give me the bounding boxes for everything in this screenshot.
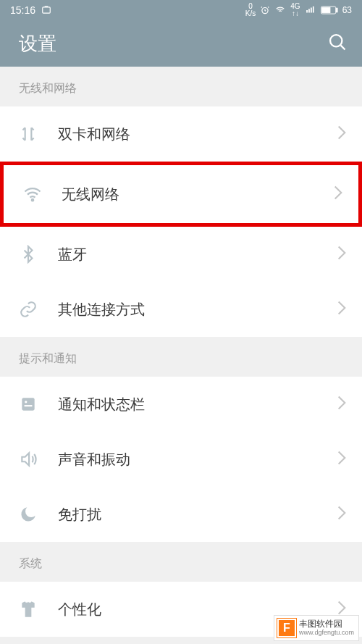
item-label: 无线网络 <box>53 185 334 204</box>
item-notifications[interactable]: 通知和状态栏 <box>0 377 362 432</box>
svg-rect-13 <box>25 405 33 406</box>
watermark-url: www.dgfengtu.com <box>299 628 354 637</box>
statusbar: 15:16 0 K/s 4G ↑↓ 63 <box>0 0 362 20</box>
chevron-right-icon <box>337 451 346 468</box>
item-other-connections[interactable]: 其他连接方式 <box>0 282 362 337</box>
item-label: 其他连接方式 <box>49 300 337 319</box>
svg-rect-4 <box>311 8 312 13</box>
item-label: 双卡和网络 <box>49 125 337 144</box>
item-dnd[interactable]: 免打扰 <box>0 487 362 542</box>
watermark-text: 丰图软件园 www.dgfengtu.com <box>299 619 354 637</box>
dual-sim-icon <box>19 125 49 143</box>
screenshot-icon <box>41 5 51 15</box>
item-wifi[interactable]: 无线网络 <box>4 165 358 223</box>
wifi-status-icon <box>274 5 286 15</box>
svg-rect-8 <box>321 7 329 12</box>
settings-list: 无线和网络 双卡和网络 无线网络 蓝牙 <box>0 67 362 637</box>
moon-icon <box>19 505 49 524</box>
chevron-right-icon <box>337 125 346 143</box>
bluetooth-icon <box>19 245 49 264</box>
highlight-box: 无线网络 <box>0 162 362 227</box>
chevron-right-icon <box>334 185 342 203</box>
link-icon <box>19 300 49 319</box>
item-label: 蓝牙 <box>49 245 337 264</box>
item-sound[interactable]: 声音和振动 <box>0 432 362 487</box>
svg-rect-3 <box>308 9 310 12</box>
battery-icon <box>321 6 338 14</box>
statusbar-right: 0 K/s 4G ↑↓ 63 <box>245 3 352 17</box>
svg-rect-2 <box>306 10 308 13</box>
search-icon <box>327 32 348 52</box>
statusbar-left: 15:16 <box>10 4 51 16</box>
clock: 15:16 <box>10 4 35 16</box>
item-label: 通知和状态栏 <box>49 395 337 414</box>
net-speed-indicator: 0 K/s <box>245 3 256 17</box>
alarm-icon <box>260 5 270 15</box>
section-header-system: 系统 <box>0 542 362 582</box>
item-label: 免打扰 <box>49 505 337 524</box>
chevron-right-icon <box>337 396 346 413</box>
search-button[interactable] <box>327 32 348 55</box>
svg-point-10 <box>32 199 33 201</box>
notification-icon <box>19 395 49 414</box>
sound-icon <box>19 450 49 469</box>
svg-rect-0 <box>43 7 51 13</box>
appbar: 设置 <box>0 20 362 67</box>
page-title: 设置 <box>19 31 56 57</box>
svg-point-12 <box>25 401 27 403</box>
chevron-right-icon <box>337 246 346 263</box>
battery-pct: 63 <box>342 5 352 15</box>
svg-point-9 <box>330 35 342 46</box>
svg-rect-5 <box>313 7 314 13</box>
network-type: 4G ↑↓ <box>290 3 300 17</box>
item-bluetooth[interactable]: 蓝牙 <box>0 227 362 282</box>
item-dual-sim[interactable]: 双卡和网络 <box>0 106 362 162</box>
item-label: 声音和振动 <box>49 450 337 469</box>
section-header-wireless: 无线和网络 <box>0 67 362 106</box>
tshirt-icon <box>19 600 49 619</box>
watermark-logo: F <box>277 619 296 637</box>
chevron-right-icon <box>337 506 346 523</box>
watermark: F 丰图软件园 www.dgfengtu.com <box>274 615 359 641</box>
svg-rect-7 <box>336 8 337 12</box>
watermark-name: 丰图软件园 <box>299 619 354 628</box>
wifi-icon <box>22 184 53 204</box>
signal-icon <box>305 5 316 15</box>
section-header-notify: 提示和通知 <box>0 337 362 377</box>
chevron-right-icon <box>337 301 346 318</box>
svg-rect-11 <box>22 398 34 410</box>
